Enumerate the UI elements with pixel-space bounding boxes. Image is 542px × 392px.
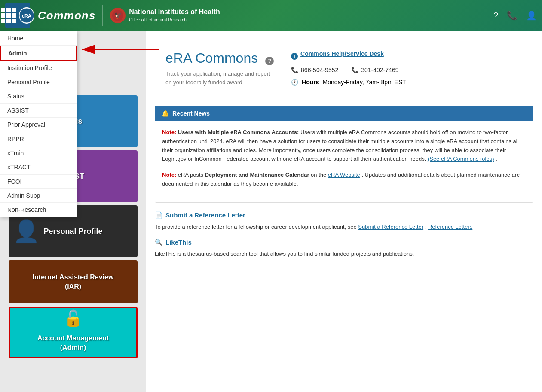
account-arrow [142, 331, 146, 345]
svg-text:🦅: 🦅 [114, 12, 122, 19]
note1-bold: Users with Multiple eRA Commons Accounts… [178, 129, 299, 135]
nih-eagle-icon: 🦅 [110, 8, 126, 23]
note2-text1: eRA posts [178, 172, 205, 178]
nav-home[interactable]: Home [0, 31, 77, 46]
help-desk-link[interactable]: Commons Help/Service Desk [300, 50, 384, 57]
header-actions: ? 📞 👤 [493, 10, 537, 21]
era-right: i Commons Help/Service Desk 📞 866-504-95… [291, 50, 523, 86]
clock-icon: 🕐 [291, 79, 298, 86]
submit-separator: ; [425, 224, 428, 230]
phone2-icon: 📞 [351, 67, 358, 74]
user-icon[interactable]: 👤 [526, 10, 537, 21]
content-panel: eRA Commons ? Track your application; ma… [146, 31, 542, 392]
phone1-icon: 📞 [291, 67, 298, 74]
phone1-item: 📞 866-504-9552 [291, 67, 338, 74]
help-icon[interactable]: ? [493, 11, 498, 21]
main-container: Home Admin Institution Profile Personal … [0, 31, 542, 392]
nav-assist[interactable]: ASSIST [0, 104, 77, 118]
nih-text: National Institutes of Health Office of … [129, 8, 220, 23]
era-commons-title: eRA Commons ? [165, 50, 274, 66]
era-roles-link[interactable]: (See eRA Commons roles) [428, 156, 494, 162]
hours-label: Hours [302, 79, 319, 86]
recent-news-title: Recent News [172, 110, 210, 117]
era-website-link[interactable]: eRA Website [328, 172, 360, 178]
note2-text2: on the [311, 172, 328, 178]
submit-title: 📄 Submit a Reference Letter [155, 211, 533, 219]
era-left: eRA Commons ? Track your application; ma… [165, 50, 274, 86]
nav-non-research[interactable]: Non-Research [0, 203, 77, 217]
recent-news-section: 🔔 Recent News Note: Users with Multiple … [155, 106, 533, 203]
submit-text-before: To provide a reference letter for a fell… [155, 224, 358, 230]
era-subtitle: Track your application; manage and repor… [165, 70, 274, 86]
logo-box[interactable]: eRA [5, 3, 30, 28]
submit-reference-link[interactable]: Submit a Reference Letter [358, 224, 423, 230]
note2-label: Note: [162, 172, 176, 178]
nav-admin[interactable]: Admin [0, 46, 77, 61]
note1-after: . [496, 156, 497, 162]
hours-value: Monday-Friday, 7am- 8pm EST [323, 79, 406, 86]
nih-logo: 🦅 National Institutes of Health Office o… [110, 8, 220, 23]
nav-status[interactable]: Status [0, 89, 77, 104]
news-note-2: Note: eRA posts Deployment and Maintenan… [162, 171, 526, 189]
document-icon: 📄 [155, 211, 163, 219]
hours-row: 🕐 Hours Monday-Friday, 7am- 8pm EST [291, 79, 523, 86]
app-title: Commons [38, 9, 95, 22]
phone1-number: 866-504-9552 [301, 67, 338, 74]
nav-personal-profile[interactable]: Personal Profile [0, 75, 77, 89]
likethis-text: LikeThis is a thesaurus-based search too… [155, 250, 533, 259]
phone-icon[interactable]: 📞 [507, 10, 518, 21]
note1-label: Note: [162, 129, 176, 135]
submit-text: To provide a reference letter for a fell… [155, 223, 533, 232]
tile-iar-label: Internet Assisted Review(IAR) [29, 269, 117, 295]
grid-icon [1, 8, 16, 23]
phone2-number: 301-402-7469 [361, 67, 398, 74]
info-circle-icon: i [291, 53, 298, 60]
nav-xtract[interactable]: xTRACT [0, 160, 77, 175]
era-logo: eRA [19, 7, 34, 24]
tile-account-label: Account Management(Admin) [34, 330, 112, 356]
nav-institution-profile[interactable]: Institution Profile [0, 61, 77, 75]
phone-row: 📞 866-504-9552 📞 301-402-7469 [291, 67, 523, 74]
app-header: eRA Commons 🦅 National Institutes of Hea… [0, 0, 542, 31]
tile-personal-label: Personal Profile [40, 224, 106, 239]
news-note-1: Note: Users with Multiple eRA Commons Ac… [162, 128, 526, 164]
nav-prior-approval[interactable]: Prior Approval [0, 118, 77, 132]
nav-fcoi[interactable]: FCOI [0, 175, 77, 189]
tile-iar[interactable]: Internet Assisted Review(IAR) [9, 260, 138, 303]
note2-bold: Deployment and Maintenance Calendar [205, 172, 309, 178]
header-divider [102, 5, 103, 26]
nav-admin-supp[interactable]: Admin Supp [0, 189, 77, 203]
news-content: Note: Users with Multiple eRA Commons Ac… [155, 121, 533, 203]
search-icon: 🔍 [155, 239, 163, 246]
likethis-title: 🔍 LikeThis [155, 239, 533, 246]
likethis-section: 🔍 LikeThis LikeThis is a thesaurus-based… [155, 239, 533, 259]
nav-dropdown: Home Admin Institution Profile Personal … [0, 31, 77, 217]
reference-letters-link[interactable]: Reference Letters [428, 224, 472, 230]
bell-icon: 🔔 [162, 110, 169, 117]
phone2-item: 📞 301-402-7469 [351, 67, 398, 74]
era-commons-section: eRA Commons ? Track your application; ma… [155, 40, 533, 97]
recent-news-header: 🔔 Recent News [155, 106, 533, 121]
nav-xtrain[interactable]: xTrain [0, 146, 77, 160]
svg-text:eRA: eRA [22, 13, 31, 18]
submit-after: . [474, 224, 476, 230]
unlock-icon: 🔓 [64, 309, 83, 328]
nav-rppr[interactable]: RPPR [0, 132, 77, 146]
submit-reference-section: 📄 Submit a Reference Letter To provide a… [155, 211, 533, 232]
admin-arrow [77, 43, 163, 57]
tile-account-management[interactable]: 🔓 Account Management(Admin) [9, 307, 138, 358]
era-question-icon[interactable]: ? [265, 57, 274, 65]
